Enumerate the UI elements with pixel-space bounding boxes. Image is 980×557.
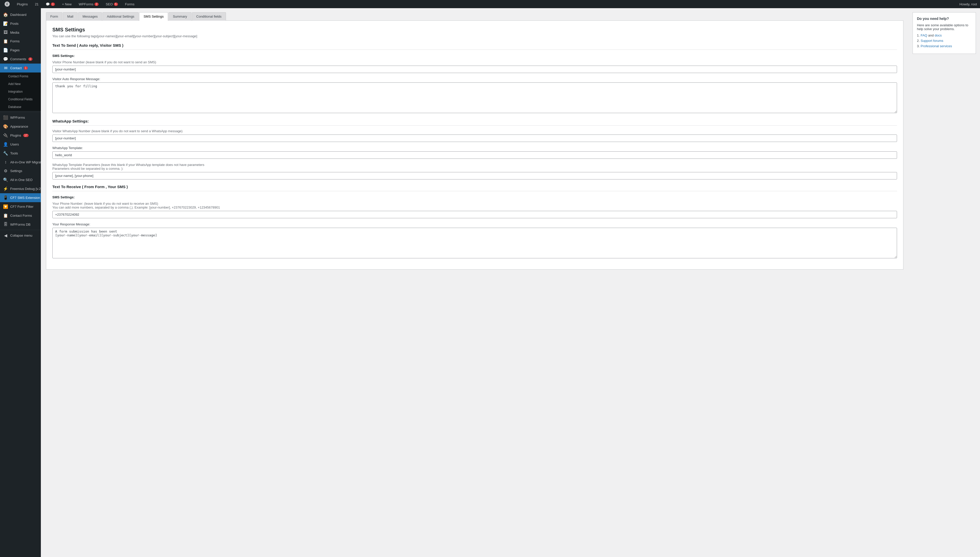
adminbar-forms[interactable]: Forms — [124, 0, 136, 8]
sidebar-item-forms[interactable]: 📋 Forms — [0, 37, 41, 46]
sidebar-item-users[interactable]: 👤 Users — [0, 140, 41, 149]
plugins-icon: 🔌 — [3, 133, 8, 138]
comment-badge: 1 — [51, 3, 55, 6]
sidebar-item-cf7filter[interactable]: 🔽 CF7 Form Filter — [0, 202, 41, 211]
sidebar-cf7filter-label: CF7 Form Filter — [10, 205, 33, 208]
adminbar-seo-label: SEO — [106, 2, 113, 6]
adminbar-comments[interactable]: 💬 1 — [44, 0, 56, 8]
tab-conditional-fields[interactable]: Conditional fields — [192, 12, 226, 21]
sidebar-item-settings[interactable]: ⚙ Settings — [0, 166, 41, 175]
adminbar-seo[interactable]: SEO 5 — [104, 0, 119, 8]
sidebar-item-conditional-fields[interactable]: Conditional Fields — [0, 96, 41, 103]
adminbar-wp-logo[interactable] — [3, 0, 11, 8]
tab-form[interactable]: Form — [46, 12, 62, 21]
contact-submenu: Contact Forms Add New Integration Condit… — [0, 73, 41, 111]
sidebar-item-contactforms2[interactable]: 📋 Contact Forms — [0, 211, 41, 220]
sidebar-item-contact[interactable]: ✉ Contact 1 — [0, 64, 41, 73]
your-phone-input[interactable] — [52, 211, 897, 218]
sidebar-item-cf7sms[interactable]: 📱 CF7 SMS Extension — [0, 193, 41, 202]
sidebar-item-media[interactable]: 🖼 Media — [0, 28, 41, 37]
sidebar-item-wpformsdb[interactable]: 🗄 WPForms DB — [0, 220, 41, 229]
whatsapp-params-input[interactable] — [52, 172, 897, 179]
sidebar-item-dashboard[interactable]: 🏠 Dashboard — [0, 10, 41, 19]
sidebar-contactforms2-label: Contact Forms — [10, 214, 32, 218]
tab-summary[interactable]: Summary — [168, 12, 191, 21]
visitor-whatsapp-note: (leave blank if you do not want to send … — [91, 129, 183, 133]
sidebar-item-plugins[interactable]: 🔌 Plugins 17 — [0, 131, 41, 140]
conditional-fields-label: Conditional Fields — [8, 98, 33, 101]
sidebar-item-comments[interactable]: 💬 Comments 1 — [0, 55, 41, 64]
cf7filter-icon: 🔽 — [3, 204, 8, 209]
comments-icon: 💬 — [3, 57, 8, 62]
sidebar-item-allinone[interactable]: ↕ All-in-One WP Migration — [0, 158, 41, 166]
adminbar-plugins[interactable]: Plugins — [15, 0, 29, 8]
add-new-label: Add New — [8, 82, 21, 86]
whatsapp-params-label: WhatsApp Template Parameters (leave this… — [52, 163, 897, 171]
seo-icon: 🔍 — [3, 178, 8, 182]
visitor-whatsapp-label: Visitor WhatsApp Number (leave blank if … — [52, 129, 897, 133]
contactforms2-icon: 📋 — [3, 213, 8, 218]
your-phone-label: Your Phone Number: (leave blank if you d… — [52, 202, 897, 209]
sidebar-item-wpforms[interactable]: ⬛ WPForms — [0, 113, 41, 122]
sidebar-item-seo[interactable]: 🔍 All in One SEO — [0, 175, 41, 184]
your-response-label: Your Response Message: — [52, 222, 897, 226]
sidebar-cf7sms-label: CF7 SMS Extension — [10, 196, 40, 200]
visitor-whatsapp-input[interactable] — [52, 135, 897, 142]
adminbar-updates[interactable]: 21 — [33, 0, 40, 8]
sidebar-item-posts[interactable]: 📝 Posts — [0, 19, 41, 28]
visitor-phone-input[interactable] — [52, 65, 897, 73]
tab-messages[interactable]: Messages — [78, 12, 102, 21]
sidebar-wpformsdb-label: WPForms DB — [10, 223, 30, 226]
sidebar-allinone-label: All-in-One WP Migration — [10, 160, 46, 164]
adminbar-forms-label: Forms — [125, 2, 135, 6]
sidebar-plugins-label: Plugins — [10, 134, 21, 137]
adminbar-new[interactable]: + New — [60, 0, 73, 8]
help-title: Do you need help? — [917, 16, 972, 21]
help-list-item-2: Support forums — [917, 39, 972, 42]
visitor-auto-response-textarea[interactable]: thank you for filling — [52, 83, 897, 113]
sidebar-item-add-new[interactable]: Add New — [0, 80, 41, 88]
seo-badge: 5 — [114, 3, 118, 6]
docs-link[interactable]: docs — [934, 33, 941, 37]
whatsapp-params-group: WhatsApp Template Parameters (leave this… — [52, 163, 897, 179]
admin-sidebar: 🏠 Dashboard 📝 Posts 🖼 Media 📋 Forms 📄 Pa… — [0, 8, 41, 557]
your-response-textarea[interactable]: A form submission has been sent [your-na… — [52, 228, 897, 258]
tab-mail[interactable]: Mail — [63, 12, 78, 21]
sidebar-item-appearance[interactable]: 🎨 Appearance — [0, 122, 41, 131]
sidebar-appearance-label: Appearance — [10, 125, 28, 129]
contact-badge: 1 — [24, 66, 28, 70]
sidebar-tools-label: Tools — [10, 151, 18, 155]
sidebar-settings-label: Settings — [10, 169, 22, 173]
whatsapp-template-input[interactable] — [52, 151, 897, 159]
update-count: 21 — [35, 2, 39, 6]
receive-heading: Text To Receive ( From Form , Your SMS ) — [52, 184, 897, 191]
faq-link[interactable]: FAQ — [921, 33, 927, 37]
sidebar-dashboard-label: Dashboard — [10, 13, 26, 16]
professional-link[interactable]: Professional services — [921, 44, 952, 48]
sidebar-item-pages[interactable]: 📄 Pages — [0, 46, 41, 55]
sidebar-item-tools[interactable]: 🔧 Tools — [0, 149, 41, 158]
help-sidebar: Do you need help? Here are some availabl… — [908, 8, 980, 557]
tab-sms-settings[interactable]: SMS Settings — [139, 12, 168, 21]
wpforms-badge: 2 — [95, 3, 99, 6]
pages-icon: 📄 — [3, 48, 8, 52]
sidebar-item-freemius[interactable]: ⚡ Freemius Debug [v.2.6.0] — [0, 184, 41, 193]
visitor-auto-response-label: Visitor Auto Response Message: — [52, 77, 897, 81]
tab-additional-settings[interactable]: Additional Settings — [103, 12, 139, 21]
comment-icon: 💬 — [46, 2, 50, 6]
sidebar-contact-label: Contact — [10, 66, 22, 70]
support-link[interactable]: Support forums — [921, 39, 943, 42]
adminbar-plugins-label: Plugins — [17, 2, 28, 6]
help-list-item-3: Professional services — [917, 44, 972, 48]
sidebar-item-contact-forms[interactable]: Contact Forms — [0, 73, 41, 80]
sidebar-item-integration[interactable]: Integration — [0, 88, 41, 96]
integration-label: Integration — [8, 90, 23, 93]
sidebar-item-database[interactable]: Database — [0, 103, 41, 111]
adminbar-wpforms[interactable]: WPForms 2 — [77, 0, 100, 8]
auto-reply-heading: Text To Send ( Auto reply, Visitor SMS ) — [52, 43, 897, 50]
adminbar-new-label: + New — [62, 2, 72, 6]
forms-icon: 📋 — [3, 39, 8, 44]
sidebar-collapse[interactable]: ◀ Collapse menu — [0, 231, 41, 240]
visitor-phone-label: Visitor Phone Number (leave blank if you… — [52, 60, 897, 64]
help-box: Do you need help? Here are some availabl… — [913, 12, 976, 54]
